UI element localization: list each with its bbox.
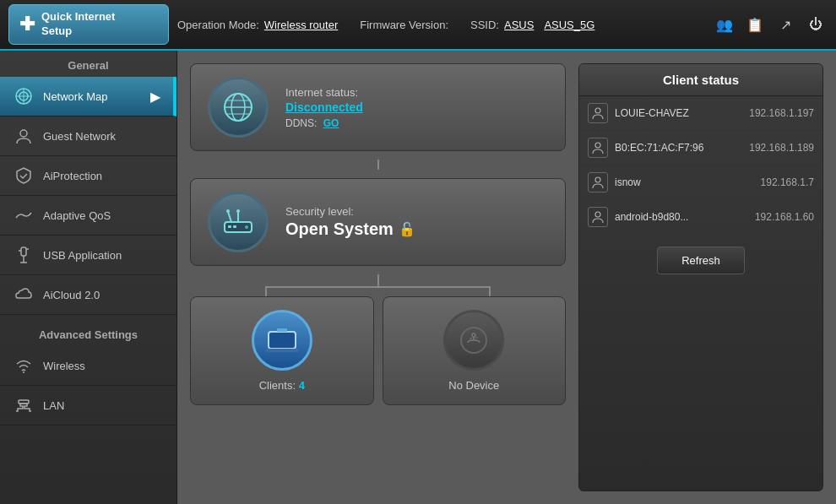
aicloud-icon (13, 284, 35, 306)
network-map-icon (13, 85, 35, 107)
sidebar-label-guest-network: Guest Network (43, 130, 116, 143)
client-status-panel: Client status LOUIE-CHAVEZ 192.168.1.197 (578, 63, 823, 491)
sidebar-label-adaptive-qos: Adaptive QoS (43, 209, 111, 222)
no-device-label: No Device (448, 379, 499, 392)
client-name-2: isnow (615, 176, 754, 188)
bottom-cards: Clients: 4 (190, 296, 566, 405)
svg-rect-22 (228, 225, 231, 228)
security-value: Open System 🔓 (285, 219, 548, 239)
security-value-text: Open System (285, 219, 394, 239)
globe-icon (208, 77, 269, 138)
security-card-content: Security level: Open System 🔓 (285, 205, 548, 239)
topbar-icons: 👥 📋 ↗ ⏻ (713, 13, 828, 36)
copy-icon[interactable]: 📋 (743, 13, 767, 36)
quick-setup-button[interactable]: ✚ Quick Internet Setup (8, 4, 169, 45)
svg-rect-11 (19, 400, 29, 404)
svg-point-10 (23, 371, 24, 373)
sidebar-label-lan: LAN (43, 399, 64, 412)
sidebar: General Network Map ▶ Guest Network (0, 51, 177, 504)
advanced-section-label: Advanced Settings (0, 320, 176, 346)
general-section-label: General (0, 51, 176, 77)
clients-icon (252, 310, 312, 371)
layout: General Network Map ▶ Guest Network (0, 51, 836, 504)
sidebar-item-wireless[interactable]: Wireless (0, 346, 176, 386)
internet-card: Internet status: Disconnected DDNS: GO (190, 63, 566, 151)
ssid-value2[interactable]: ASUS_5G (544, 19, 594, 31)
ddns-label: DDNS: (285, 117, 317, 129)
clients-label: Clients: 4 (259, 379, 305, 392)
client-avatar-3 (588, 207, 608, 227)
connector-top (190, 160, 566, 170)
aiprotection-icon (13, 165, 35, 187)
sidebar-item-lan[interactable]: LAN (0, 386, 176, 425)
tree-connector (190, 274, 566, 288)
sidebar-label-aicloud: AiCloud 2.0 (43, 289, 100, 301)
wireless-icon (13, 355, 35, 377)
client-row: android-b9d80... 192.168.1.60 (579, 200, 822, 234)
topbar-info: Operation Mode: Wireless router Firmware… (177, 19, 713, 31)
sidebar-item-usb-application[interactable]: USB Application (0, 236, 176, 275)
svg-rect-26 (265, 349, 299, 352)
sidebar-label-wireless: Wireless (43, 360, 85, 372)
sidebar-label-usb-application: USB Application (43, 249, 122, 262)
operation-mode-label: Operation Mode: (177, 19, 259, 31)
svg-point-24 (245, 225, 248, 229)
sidebar-item-adaptive-qos[interactable]: Adaptive QoS (0, 196, 176, 236)
svg-rect-27 (277, 328, 287, 332)
sidebar-arrow-network-map: ▶ (150, 89, 160, 105)
client-ip-0: 192.168.1.197 (749, 107, 814, 119)
sidebar-item-network-map[interactable]: Network Map ▶ (0, 77, 176, 117)
svg-point-19 (226, 209, 230, 213)
client-ip-1: 192.168.1.189 (749, 142, 814, 154)
internet-card-content: Internet status: Disconnected DDNS: GO (285, 86, 548, 129)
people-icon[interactable]: 👥 (713, 13, 736, 36)
svg-rect-5 (21, 247, 26, 256)
svg-point-33 (595, 108, 600, 113)
network-map-diagram: Internet status: Disconnected DDNS: GO (190, 63, 566, 491)
svg-rect-25 (269, 332, 296, 349)
router-icon (208, 192, 269, 252)
security-level-label: Security level: (285, 205, 548, 218)
main-content: Internet status: Disconnected DDNS: GO (177, 51, 836, 504)
sidebar-item-aicloud[interactable]: AiCloud 2.0 (0, 275, 176, 315)
guest-network-icon (13, 125, 35, 147)
svg-point-36 (595, 212, 600, 217)
client-ip-2: 192.168.1.7 (761, 176, 814, 188)
svg-point-34 (595, 143, 600, 148)
sidebar-item-guest-network[interactable]: Guest Network (0, 117, 176, 156)
ddns-link[interactable]: GO (323, 117, 339, 129)
refresh-button[interactable]: Refresh (657, 247, 745, 274)
svg-rect-23 (233, 225, 236, 228)
client-avatar-1 (588, 138, 608, 158)
svg-point-29 (472, 333, 475, 337)
clients-text: Clients: (259, 379, 296, 392)
no-device-card: No Device (383, 296, 567, 405)
sidebar-label-aiprotection: AiProtection (43, 170, 102, 182)
client-name-1: B0:EC:71:AC:F7:96 (615, 142, 742, 154)
svg-point-4 (20, 130, 27, 137)
operation-mode-value[interactable]: Wireless router (264, 19, 338, 31)
topbar: ✚ Quick Internet Setup Operation Mode: W… (0, 0, 836, 51)
clients-count: 4 (299, 379, 305, 392)
ssid-value1[interactable]: ASUS (504, 19, 534, 31)
client-name-3: android-b9d80... (615, 211, 748, 223)
client-name-0: LOUIE-CHAVEZ (615, 107, 742, 119)
client-avatar-0 (588, 103, 608, 123)
power-icon[interactable]: ⏻ (804, 13, 828, 36)
sidebar-item-aiprotection[interactable]: AiProtection (0, 156, 176, 196)
clients-card: Clients: 4 (190, 296, 374, 405)
share-icon[interactable]: ↗ (774, 13, 797, 36)
sidebar-label-network-map: Network Map (43, 90, 108, 103)
internet-status-label: Internet status: (285, 86, 548, 99)
lock-icon: 🔓 (399, 221, 415, 237)
client-row: LOUIE-CHAVEZ 192.168.1.197 (579, 96, 822, 131)
client-avatar-2 (588, 172, 608, 192)
security-card: Security level: Open System 🔓 (190, 178, 566, 266)
quick-setup-icon: ✚ (19, 14, 35, 35)
internet-status-value[interactable]: Disconnected (285, 100, 548, 114)
client-ip-3: 192.168.1.60 (755, 211, 814, 223)
svg-point-35 (595, 177, 600, 182)
client-status-title: Client status (579, 64, 822, 96)
firmware-label: Firmware Version: (360, 19, 448, 31)
usb-application-icon (13, 244, 35, 266)
